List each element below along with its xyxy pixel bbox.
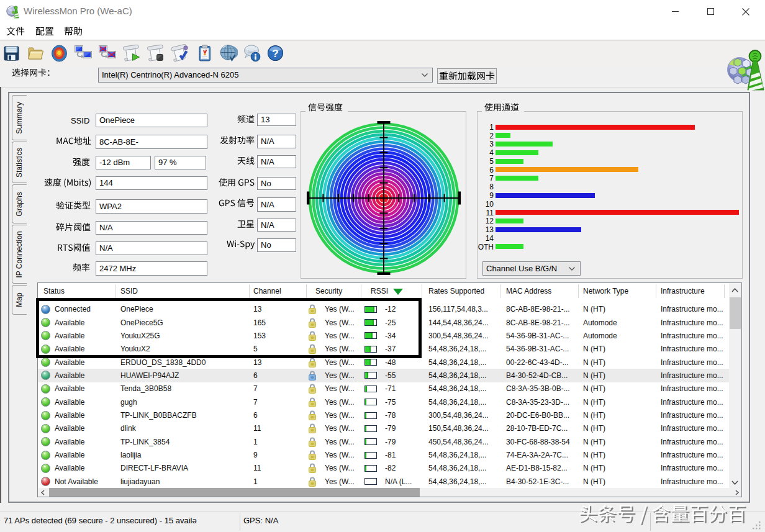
svg-text:?: ?	[272, 48, 278, 60]
